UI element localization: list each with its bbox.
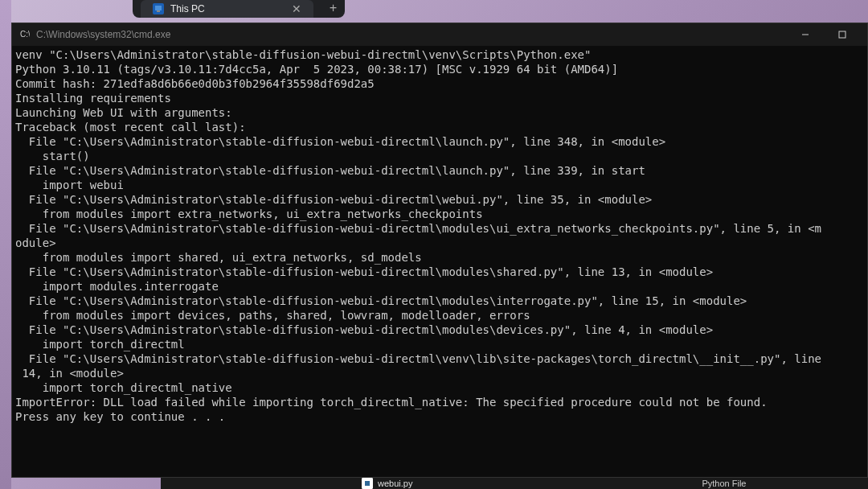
title-bar[interactable]: C:\ C:\Windows\system32\cmd.exe: [12, 23, 867, 46]
file-type: Python File: [702, 479, 746, 488]
terminal-output[interactable]: venv "C:\Users\Administrator\stable-diff…: [12, 46, 867, 477]
terminal-line: Python 3.10.11 (tags/v3.10.11:7d4cc5a, A…: [15, 62, 864, 76]
close-tab-button[interactable]: ✕: [292, 2, 301, 15]
terminal-line: File "C:\Users\Administrator\stable-diff…: [15, 351, 864, 366]
window-controls: [787, 23, 861, 46]
terminal-line: import torch_directml: [15, 337, 864, 351]
tab-label: This PC: [170, 3, 205, 14]
terminal-line: Launching Web UI with arguments:: [15, 105, 864, 120]
desktop-edge: [0, 0, 11, 489]
terminal-line: Installing requirements: [15, 91, 864, 105]
svg-text:C:\: C:\: [20, 30, 30, 39]
terminal-line: start(): [15, 149, 864, 163]
minimize-button[interactable]: [787, 23, 824, 46]
terminal-line: from modules import shared, ui_extra_net…: [15, 250, 864, 265]
terminal-line: venv "C:\Users\Administrator\stable-diff…: [15, 47, 864, 62]
terminal-line: ImportError: DLL load failed while impor…: [15, 395, 864, 409]
terminal-line: 14, in <module>: [15, 366, 864, 380]
terminal-line: from modules import devices, paths, shar…: [15, 308, 864, 323]
terminal-line: import torch_directml_native: [15, 380, 864, 395]
terminal-line: File "C:\Users\Administrator\stable-diff…: [15, 192, 864, 207]
terminal-line: File "C:\Users\Administrator\stable-diff…: [15, 134, 864, 149]
new-tab-button[interactable]: +: [330, 2, 338, 16]
python-file-icon: [362, 478, 373, 489]
terminal-line: Press any key to continue . . .: [15, 409, 864, 424]
terminal-line: odule>: [15, 236, 864, 250]
file-name: webui.py: [378, 479, 412, 488]
terminal-line: File "C:\Users\Administrator\stable-diff…: [15, 265, 864, 279]
terminal-line: Traceback (most recent call last):: [15, 120, 864, 134]
terminal-line: File "C:\Users\Administrator\stable-diff…: [15, 294, 864, 308]
terminal-line: import modules.interrogate: [15, 279, 864, 294]
svg-rect-5: [839, 31, 845, 38]
file-row[interactable]: webui.py Python File: [161, 478, 868, 489]
terminal-line: import webui: [15, 178, 864, 192]
terminal-line: File "C:\Users\Administrator\stable-diff…: [15, 163, 864, 178]
terminal-line: Commit hash: 271edfa8d6b66e0d0b3f0b2964f…: [15, 76, 864, 91]
pc-icon: [153, 3, 164, 14]
cmd-icon: C:\: [18, 29, 30, 40]
browser-tab-bar: This PC ✕ +: [133, 0, 345, 18]
svg-rect-0: [155, 6, 162, 10]
tab-this-pc[interactable]: This PC ✕: [141, 0, 313, 18]
terminal-window: C:\ C:\Windows\system32\cmd.exe venv "C:…: [11, 23, 868, 478]
terminal-line: from modules import extra_networks, ui_e…: [15, 207, 864, 221]
maximize-button[interactable]: [824, 23, 861, 46]
terminal-line: File "C:\Users\Administrator\stable-diff…: [15, 221, 864, 236]
window-title: C:\Windows\system32\cmd.exe: [36, 29, 787, 40]
terminal-line: File "C:\Users\Administrator\stable-diff…: [15, 323, 864, 337]
svg-rect-1: [157, 10, 160, 12]
